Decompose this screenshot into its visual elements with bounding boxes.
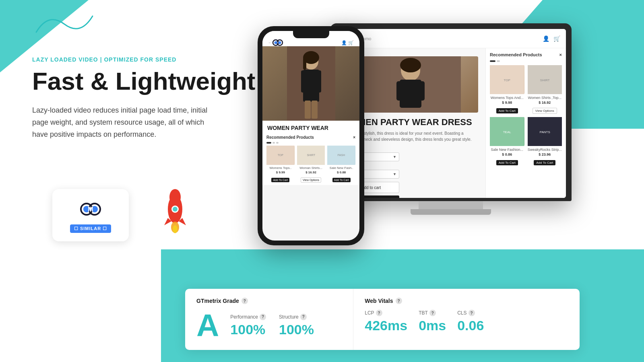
svg-text:TOP: TOP: [278, 154, 284, 156]
phone-rec-img-2: SHIRT: [297, 146, 325, 165]
phone-rec-name-3: Sale New Fash..: [327, 166, 355, 170]
svg-rect-23: [305, 101, 311, 119]
monitor-screen: mmo 👤 🛒: [336, 29, 566, 198]
metrics-stats: Performance ? 100% Structure ? 100%: [230, 314, 314, 337]
phone-rec-title: Recommended Products ×: [266, 135, 355, 140]
svg-rect-40: [396, 81, 404, 101]
monitor-rec-card-btn-3[interactable]: Add To Cart: [496, 160, 518, 165]
lcp-label: LCP ?: [365, 310, 407, 316]
monitor-rec-card-btn-2[interactable]: View Options: [533, 108, 557, 114]
phone-rec-name-1: Womens Tops..: [266, 166, 295, 170]
svg-point-17: [279, 41, 281, 44]
description-text: Lazy-loaded video reduces initial page l…: [32, 105, 217, 140]
cls-vital: CLS ? 0.06: [457, 310, 484, 333]
phone-rec-btn-2[interactable]: View Options: [301, 177, 321, 183]
rocket-decoration: [157, 189, 193, 237]
phone-rec-btn-3[interactable]: Add To Cart: [332, 178, 351, 182]
squiggle-decoration: [32, 8, 97, 40]
phone-rec-price-3: $ 0.88: [327, 171, 355, 174]
web-vitals-title: Web Vitals ?: [365, 298, 568, 304]
monitor-header: mmo 👤 🛒: [336, 29, 566, 48]
phone-product-image: [262, 46, 359, 121]
cls-label: CLS ?: [457, 310, 484, 316]
svg-text:TOP: TOP: [504, 78, 510, 82]
cls-help[interactable]: ?: [469, 310, 475, 316]
lcp-help[interactable]: ?: [376, 310, 382, 316]
gtmetrix-help[interactable]: ?: [242, 298, 248, 304]
phone-product-title: WOMEN PARTY WEAR: [262, 121, 359, 133]
phone-rec-name-2: Woman Shirts...: [297, 166, 325, 170]
monitor-rec-card-2: SHIRT Women Shirts ,Top... $ 16.92 View …: [528, 65, 562, 114]
lcp-vital: LCP ? 426ms: [365, 310, 407, 333]
svg-rect-24: [312, 101, 318, 119]
svg-rect-26: [303, 58, 306, 70]
performance-value: 100%: [230, 322, 266, 337]
monitor-rec-img-1: TOP: [490, 65, 524, 94]
phone-notch: [293, 31, 329, 38]
main-title: Fast & Lightweight: [32, 68, 266, 95]
svg-text:SHIRT: SHIRT: [307, 154, 316, 156]
monitor-rec-card-name-4: SweakyRocks Strip...: [528, 148, 562, 152]
monitor-rec-card-btn-4[interactable]: Add To Cart: [534, 160, 555, 165]
performance-metric: Performance ? 100%: [230, 314, 266, 337]
monitor-rec-img-2: SHIRT: [528, 65, 562, 94]
svg-text:PANTS: PANTS: [539, 130, 550, 134]
svg-point-16: [275, 41, 277, 44]
phone-mockup: ← 👤 🛒: [258, 26, 364, 245]
svg-text:SHIRT: SHIRT: [540, 78, 549, 82]
performance-label: Performance ?: [230, 314, 266, 320]
monitor-rec-card-price-3: $ 0.86: [490, 152, 524, 156]
gtmetrix-inner: A Performance ? 100% Structure ? 100%: [196, 310, 342, 341]
monitor-body: WOMEN PARTY WEAR DRESS Comfy and stylish…: [336, 48, 566, 198]
monitor-rec-card-4: PANTS SweakyRocks Strip... $ 23.96 Add T…: [528, 117, 562, 165]
web-vitals-grid: LCP ? 426ms TBT ? 0ms CLS ? 0.06: [365, 310, 568, 333]
structure-label: Structure ?: [279, 314, 314, 320]
svg-point-13: [173, 225, 178, 233]
cls-value: 0.06: [457, 318, 484, 333]
tbt-vital: TBT ? 0ms: [419, 310, 446, 333]
svg-text:FASH: FASH: [338, 154, 345, 156]
metrics-panel: GTmetrix Grade ? A Performance ? 100% St…: [185, 289, 580, 350]
phone-rec-btn-1[interactable]: Add To Cart: [271, 178, 289, 182]
monitor-rec-img-4: PANTS: [528, 117, 562, 146]
monitor-rec-card-3: TEAL Sale New Fashion... $ 0.86 Add To C…: [490, 117, 524, 165]
phone-rec-items: TOP Womens Tops.. $ 9.99 Add To Cart SHI…: [266, 146, 355, 183]
svg-text:TEAL: TEAL: [503, 130, 512, 134]
structure-value: 100%: [279, 322, 314, 337]
subtitle-label: LAZY LOADED VIDEO | OPTIMIZED FOR SPEED: [32, 56, 266, 63]
structure-help[interactable]: ?: [300, 314, 307, 320]
logo-label: ☐ SIMILAR ☐: [70, 224, 111, 233]
gtmetrix-title: GTmetrix Grade ?: [196, 298, 342, 304]
phone-rec-item-3: FASH Sale New Fash.. $ 0.88 Add To Cart: [327, 146, 355, 183]
monitor-rec-card-name-1: Womens Tops And...: [490, 96, 524, 100]
performance-help[interactable]: ?: [260, 314, 266, 320]
monitor-stand-base: [411, 209, 491, 215]
web-vitals-help[interactable]: ?: [396, 298, 402, 304]
svg-point-42: [400, 58, 421, 72]
phone-rec-item-2: SHIRT Woman Shirts... $ 16.92 View Optio…: [297, 146, 325, 183]
phone-rec-item-1: TOP Womens Tops.. $ 9.99 Add To Cart: [266, 146, 295, 183]
lcp-value: 426ms: [365, 318, 407, 333]
monitor-rec-card-btn-1[interactable]: Add To Cart: [496, 108, 518, 113]
tbt-help[interactable]: ?: [429, 310, 436, 316]
monitor-stand-neck: [419, 201, 483, 209]
svg-point-7: [169, 189, 181, 205]
svg-text:M: M: [88, 206, 93, 213]
monitor-rec-title: Recommended Products ×: [490, 52, 562, 57]
phone-rec-box: Recommended Products × TOP Womens Tops..…: [262, 133, 359, 185]
monitor-mockup: mmo 👤 🛒: [330, 23, 572, 215]
monitor-rec-card-price-1: $ 9.98: [490, 101, 524, 105]
svg-rect-22: [316, 70, 321, 93]
monitor-rec-img-3: TEAL: [490, 117, 524, 146]
phone-rec-price-2: $ 16.92: [297, 171, 325, 174]
monitor-screen-outer: mmo 👤 🛒: [330, 23, 572, 201]
web-vitals-section: Web Vitals ? LCP ? 426ms TBT ? 0ms CLS: [353, 289, 580, 350]
grade-letter: A: [196, 310, 219, 341]
gtmetrix-section: GTmetrix Grade ? A Performance ? 100% St…: [185, 289, 353, 350]
left-content-area: LAZY LOADED VIDEO | OPTIMIZED FOR SPEED …: [32, 56, 266, 140]
monitor-rec-card-name-3: Sale New Fashion...: [490, 148, 524, 152]
logo-box: M ☐ SIMILAR ☐: [52, 189, 129, 241]
monitor-rec-card-name-2: Women Shirts ,Top...: [528, 96, 562, 100]
monitor-rec-card-1: TOP Womens Tops And... $ 9.98 Add To Car…: [490, 65, 524, 114]
structure-metric: Structure ? 100%: [279, 314, 314, 337]
